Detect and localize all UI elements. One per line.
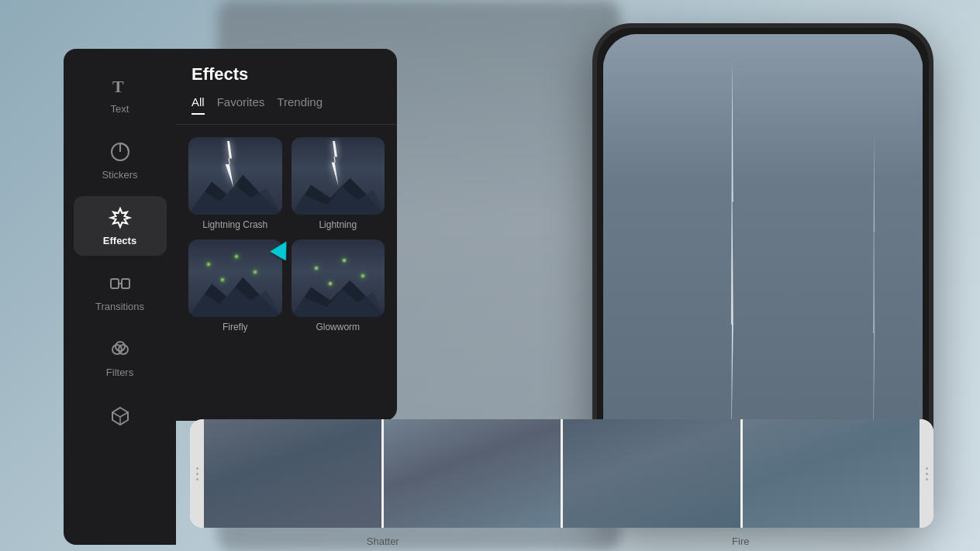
glowworm-dot-4 <box>329 282 332 285</box>
effect-thumbnail-firefly <box>188 239 282 317</box>
effect-lightning[interactable]: Lightning <box>292 137 385 230</box>
tab-trending[interactable]: Trending <box>277 95 323 115</box>
sidebar: T Text Stickers Effects <box>64 49 176 545</box>
filters-icon <box>108 337 133 362</box>
timeline[interactable] <box>190 419 933 528</box>
handle-dots-right <box>926 467 928 480</box>
effect-firefly[interactable]: Firefly <box>188 239 282 332</box>
effects-panel-title: Effects <box>192 64 381 84</box>
sidebar-effects-label: Effects <box>103 235 136 246</box>
sidebar-item-stickers[interactable]: Stickers <box>74 130 167 190</box>
effects-tabs: All Favorites Trending <box>192 95 381 115</box>
effect-name-lightning-crash: Lightning Crash <box>188 219 282 230</box>
sidebar-transitions-label: Transitions <box>95 301 144 312</box>
3d-icon <box>108 403 133 428</box>
effect-thumbnail-lightning-crash <box>188 137 282 215</box>
sidebar-text-label: Text <box>111 103 129 115</box>
sidebar-item-text[interactable]: T Text <box>74 64 167 124</box>
effects-grid: Lightning Crash <box>176 125 397 345</box>
effect-name-lightning: Lightning <box>292 219 385 230</box>
effects-panel: Effects All Favorites Trending <box>176 49 397 421</box>
svg-marker-17 <box>188 287 282 317</box>
glowworm-dot-3 <box>361 274 364 277</box>
stickers-icon <box>108 139 133 164</box>
clip-bg-3 <box>563 419 740 528</box>
timeline-clip-1[interactable] <box>204 419 381 528</box>
effect-lightning-crash[interactable]: Lightning Crash <box>188 137 282 230</box>
timeline-content <box>204 419 920 528</box>
clip-bg-1 <box>204 419 381 528</box>
firefly-dot-1 <box>207 263 210 266</box>
effect-thumbnail-lightning <box>292 137 385 215</box>
effect-name-firefly: Firefly <box>188 322 282 332</box>
sidebar-filters-label: Filters <box>106 367 133 378</box>
svg-marker-13 <box>188 184 282 215</box>
effect-thumbnail-glowworm <box>292 239 385 317</box>
svg-rect-4 <box>122 279 129 288</box>
timeline-clip-2[interactable] <box>384 419 561 528</box>
effects-star-icon <box>108 205 133 230</box>
timeline-label-shatter: Shatter <box>204 536 562 547</box>
glowworm-dot-2 <box>343 259 346 262</box>
timeline-label-fire: Fire <box>562 536 920 547</box>
sidebar-item-filters[interactable]: Filters <box>74 328 167 387</box>
sidebar-item-transitions[interactable]: Transitions <box>74 262 167 322</box>
lightning-bolt-2 <box>873 130 875 467</box>
tab-all[interactable]: All <box>192 95 205 115</box>
lightning-bolt-1 <box>731 58 733 468</box>
tab-favorites[interactable]: Favorites <box>217 95 265 115</box>
timeline-handle-right[interactable] <box>920 419 933 528</box>
clip-bg-2 <box>384 419 561 528</box>
timeline-clip-3[interactable] <box>563 419 740 528</box>
svg-line-10 <box>120 412 128 417</box>
clip-bg-4 <box>743 419 920 528</box>
timeline-handle-left[interactable] <box>190 419 204 528</box>
svg-line-9 <box>112 412 120 417</box>
glowworm-dot-1 <box>315 267 318 270</box>
transitions-icon <box>108 271 133 296</box>
handle-dots-left <box>196 467 198 480</box>
firefly-dot-2 <box>235 255 238 258</box>
effect-name-glowworm: Glowworm <box>292 322 385 332</box>
svg-text:T: T <box>112 77 124 96</box>
timeline-labels: Shatter Fire <box>190 536 933 547</box>
sidebar-item-3d[interactable] <box>74 394 167 442</box>
svg-rect-3 <box>111 279 119 288</box>
effect-glowworm[interactable]: Glowworm <box>292 239 385 332</box>
effects-header: Effects All Favorites Trending <box>176 49 397 125</box>
text-icon: T <box>108 74 133 98</box>
timeline-clip-4[interactable] <box>743 419 920 528</box>
sidebar-stickers-label: Stickers <box>102 169 137 181</box>
sidebar-item-effects[interactable]: Effects <box>74 196 167 256</box>
